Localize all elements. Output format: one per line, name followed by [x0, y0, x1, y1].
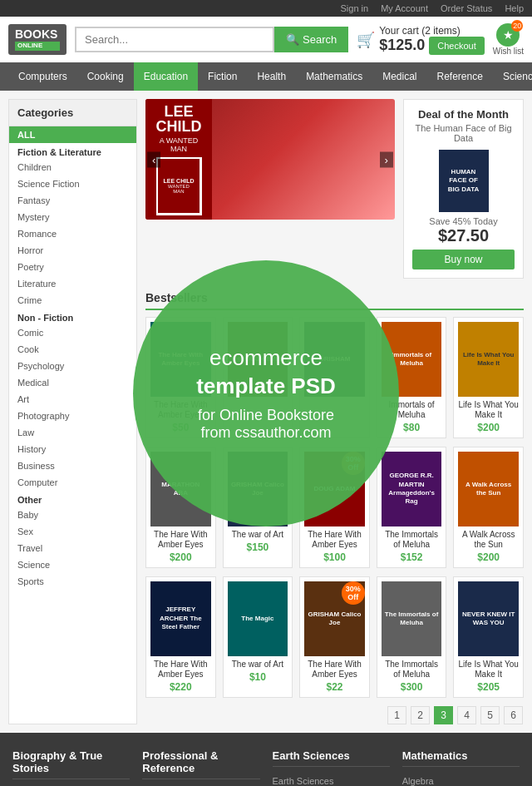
footer: Biography & True Stories General Diaries… [0, 733, 532, 786]
product-row-2: MARATHON ABA The Hare With Amber Eyes $2… [145, 447, 524, 568]
section-title: Bestsellers [145, 287, 524, 310]
book-cover-9: GEORGE R.R. MARTIN Armageddon's Rag [382, 452, 442, 526]
product-card[interactable]: Life Is What You Make It Life Is What Yo… [453, 317, 524, 438]
page-3-active[interactable]: 3 [434, 706, 453, 724]
search-button[interactable]: 🔍 Search [274, 27, 348, 52]
product-card[interactable]: The Immortals of Meluha The Immortals of… [377, 576, 447, 698]
cart-info: 🛒 Your cart (2 items) $125.0 Checkout [357, 25, 485, 55]
book-cover-14: The Immortals of Meluha [382, 581, 442, 656]
sidebar-item-history[interactable]: History [9, 441, 136, 457]
main-content: Categories ALL Fiction & Literature Chil… [0, 91, 532, 733]
nav-science[interactable]: Science [493, 62, 532, 91]
product-card[interactable]: 30% Off GRISHAM Calico Joe The Hare With… [299, 576, 370, 698]
sidebar-item-science[interactable]: Science [9, 556, 136, 573]
deal-book-text: HUMAN FACE OF BIG DATA [442, 165, 485, 197]
sidebar-item-comic[interactable]: Comic [9, 324, 136, 341]
sidebar-item-psychology[interactable]: Psychology [9, 358, 136, 374]
book-cover-12: The Magic [228, 581, 288, 656]
product-card[interactable]: 30% Off DOUG ADAM The Hare With Amber Ey… [299, 447, 370, 568]
main-nav: Computers Cooking Education Fiction Heal… [0, 62, 532, 91]
banner-area: LEE CHILD A WANTED MAN LEE CHILD WANTED … [145, 99, 524, 279]
sidebar-item-mystery[interactable]: Mystery [9, 209, 136, 225]
page-5[interactable]: 5 [480, 706, 500, 724]
page-6[interactable]: 6 [504, 706, 523, 724]
sidebar-item-art[interactable]: Art [9, 391, 136, 408]
sidebar: Categories ALL Fiction & Literature Chil… [8, 99, 137, 724]
page-4[interactable]: 4 [457, 706, 476, 724]
banner-prev-button[interactable]: ‹ [147, 151, 160, 167]
product-card[interactable]: GRISHAM [299, 317, 370, 438]
page-1[interactable]: 1 [387, 706, 406, 724]
product-name-13: The Hare With Amber Eyes [304, 660, 365, 680]
help-link[interactable]: Help [505, 3, 524, 13]
footer-col-title-math: Mathematics [402, 749, 520, 767]
product-card[interactable]: MARATHON ABA The Hare With Amber Eyes $2… [145, 447, 216, 568]
wishlist-icon: ★ 20 [496, 23, 520, 47]
logo: BOOKS ONLINE [8, 24, 66, 55]
product-price-1: $50 [150, 422, 211, 433]
search-input[interactable] [75, 27, 274, 52]
sidebar-item-law[interactable]: Law [9, 424, 136, 441]
nav-education[interactable]: Education [134, 62, 198, 91]
products-area: LEE CHILD A WANTED MAN LEE CHILD WANTED … [137, 99, 524, 724]
nav-medical[interactable]: Medical [372, 62, 426, 91]
product-card[interactable]: A Walk Across the Sun A Walk Across the … [453, 447, 524, 568]
sidebar-item-horror[interactable]: Horror [9, 242, 136, 259]
book-cover-11: JEFFREY ARCHER The Steel Father [150, 581, 211, 656]
order-status-link[interactable]: Order Status [441, 3, 492, 13]
product-card[interactable]: Immortals of Meluha Immortals of Meluha … [377, 317, 447, 438]
my-account-link[interactable]: My Account [381, 3, 428, 13]
sidebar-item-photography[interactable]: Photography [9, 408, 136, 424]
nav-fiction[interactable]: Fiction [198, 62, 247, 91]
product-card[interactable]: The Magic The war of Art $10 [223, 576, 293, 698]
sidebar-item-all[interactable]: ALL [9, 126, 136, 143]
sidebar-item-literature[interactable]: Literature [9, 275, 136, 292]
sidebar-title: Categories [9, 100, 136, 126]
product-card[interactable]: GEORGE R.R. MARTIN Armageddon's Rag The … [377, 447, 447, 568]
book-cover-4: Immortals of Meluha [382, 322, 442, 397]
sidebar-item-travel[interactable]: Travel [9, 540, 136, 556]
nav-cooking[interactable]: Cooking [77, 62, 134, 91]
sidebar-item-sci-fi[interactable]: Science Fiction [9, 175, 136, 192]
banner-next-button[interactable]: › [380, 151, 393, 167]
product-card[interactable]: JEFFREY ARCHER The Steel Father The Hare… [145, 576, 216, 698]
sidebar-item-romance[interactable]: Romance [9, 225, 136, 242]
sidebar-item-business[interactable]: Business [9, 457, 136, 474]
sidebar-item-sex[interactable]: Sex [9, 523, 136, 540]
product-name-9: The Immortals of Meluha [382, 530, 442, 550]
sidebar-item-sports[interactable]: Sports [9, 573, 136, 590]
page-2[interactable]: 2 [411, 706, 430, 724]
sidebar-item-fantasy[interactable]: Fantasy [9, 192, 136, 209]
nav-health[interactable]: Health [247, 62, 296, 91]
sidebar-item-medical[interactable]: Medical [9, 374, 136, 391]
sidebar-item-poetry[interactable]: Poetry [9, 259, 136, 275]
logo-text: BOOKS [15, 28, 60, 41]
product-price-4: $80 [382, 422, 442, 433]
checkout-button[interactable]: Checkout [429, 37, 484, 55]
product-row-3: JEFFREY ARCHER The Steel Father The Hare… [145, 576, 524, 698]
nav-reference[interactable]: Reference [427, 62, 493, 91]
sidebar-item-baby[interactable]: Baby [9, 507, 136, 523]
cart-label: Your cart (2 items) [379, 25, 485, 37]
wishlist-label: Wish list [493, 47, 524, 56]
product-card[interactable]: The Hare With Amber Eyes The Hare With A… [145, 317, 216, 438]
product-card[interactable]: GRISHAM Calico Joe The war of Art $150 [223, 447, 293, 568]
sign-in-link[interactable]: Sign in [341, 3, 369, 13]
sidebar-item-crime[interactable]: Crime [9, 292, 136, 309]
product-card[interactable]: NEVER KNEW IT WAS YOU Life Is What You M… [453, 576, 524, 698]
sidebar-item-cook[interactable]: Cook [9, 341, 136, 358]
sidebar-item-children[interactable]: Children [9, 159, 136, 175]
footer-col-list-earth: Earth Sciences Geography The Environment… [273, 775, 390, 786]
nav-mathematics[interactable]: Mathematics [296, 62, 372, 91]
sidebar-section-fiction: Fiction & Literature [9, 143, 136, 159]
nav-computers[interactable]: Computers [8, 62, 77, 91]
wishlist[interactable]: ★ 20 Wish list [493, 23, 524, 56]
product-price-6: $200 [150, 551, 211, 563]
footer-link[interactable]: Algebra [402, 776, 434, 786]
buy-now-button[interactable]: Buy now [412, 250, 515, 269]
product-card[interactable]: THROUGH EYES [223, 317, 293, 438]
footer-link[interactable]: Earth Sciences [273, 776, 334, 786]
sidebar-item-computer[interactable]: Computer [9, 474, 136, 491]
product-name-1: The Hare With Amber Eyes [150, 400, 211, 420]
product-price-14: $300 [382, 681, 442, 693]
